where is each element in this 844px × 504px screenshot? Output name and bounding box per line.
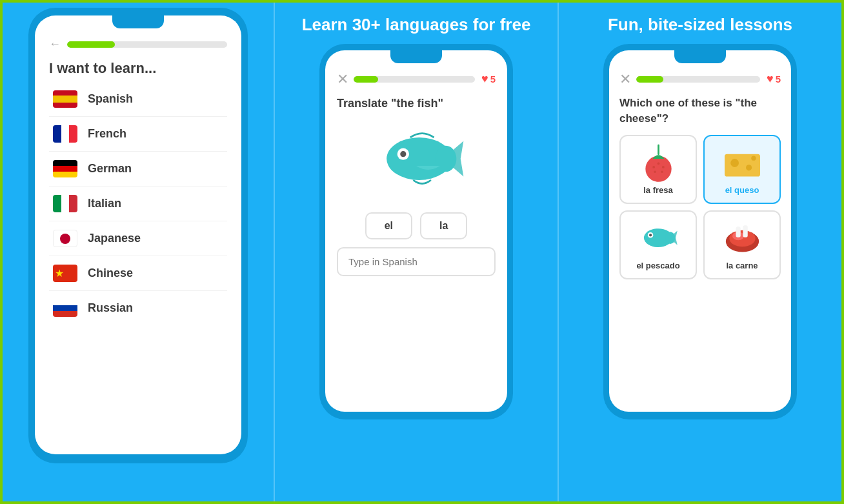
language-item-russian[interactable]: Russian (49, 291, 227, 325)
flag-russian (53, 299, 77, 317)
answer-card-fish[interactable]: el pescado (619, 210, 697, 279)
meat-image (720, 219, 764, 257)
flag-french (53, 125, 77, 143)
cheese-image (720, 144, 764, 181)
hearts-count-2: 5 (776, 74, 781, 85)
svg-point-7 (662, 166, 665, 168)
word-button-la[interactable]: la (420, 212, 467, 239)
spanish-input[interactable] (337, 247, 496, 276)
svg-point-17 (649, 234, 652, 237)
language-item-spanish[interactable]: Spanish (49, 82, 227, 117)
answer-grid: la fresa el queso (619, 135, 781, 279)
back-arrow-icon[interactable]: ← (49, 37, 61, 51)
svg-point-5 (652, 166, 655, 168)
close-icon-2[interactable]: ✕ (619, 71, 631, 88)
strawberry-image (636, 144, 680, 181)
language-list: Spanish French German Italian (49, 82, 227, 325)
svg-point-6 (657, 162, 659, 165)
svg-point-12 (746, 165, 752, 170)
panel2-heading: Learn 30+ languages for free (284, 3, 549, 44)
svg-point-13 (751, 156, 756, 160)
language-name-italian: Italian (88, 197, 121, 210)
language-item-japanese[interactable]: Japanese (49, 221, 227, 256)
answer-label-fish: el pescado (636, 261, 679, 270)
svg-point-9 (661, 170, 663, 173)
language-name-german: German (88, 162, 132, 176)
flag-spanish (53, 90, 77, 108)
answer-label-strawberry: la fresa (643, 185, 673, 195)
fish-illustration (337, 123, 496, 194)
svg-point-4 (645, 156, 671, 181)
flag-german (53, 160, 77, 177)
flag-chinese: ★ (53, 265, 77, 282)
answer-card-cheese[interactable]: el queso (703, 135, 781, 204)
translate-question: Translate "the fish" (337, 97, 496, 110)
flag-italian (53, 195, 77, 212)
answer-label-cheese: el queso (725, 185, 759, 195)
panel3-heading: Fun, bite-sized lessons (590, 3, 810, 44)
svg-point-15 (665, 232, 675, 245)
learn-title: I want to learn... (49, 60, 227, 77)
svg-point-3 (400, 151, 406, 157)
language-name-chinese: Chinese (88, 267, 133, 280)
language-item-french[interactable]: French (49, 117, 227, 152)
language-name-spanish: Spanish (88, 92, 133, 106)
language-item-german[interactable]: German (49, 152, 227, 186)
quiz-question: Which one of these is "the cheese"? (619, 96, 781, 126)
svg-point-1 (435, 146, 456, 172)
language-item-italian[interactable]: Italian (49, 186, 227, 221)
answer-card-meat[interactable]: la carne (703, 210, 781, 279)
svg-rect-22 (743, 225, 747, 237)
panel-quiz: Fun, bite-sized lessons ✕ ♥ 5 Which one … (559, 3, 841, 501)
word-button-el[interactable]: el (365, 212, 412, 239)
heart-icon: ♥ (481, 72, 488, 86)
panel-language-list: ← I want to learn... Spanish (3, 3, 274, 501)
language-item-chinese[interactable]: ★ Chinese (49, 256, 227, 291)
hearts-count: 5 (490, 74, 496, 85)
language-name-french: French (88, 127, 126, 141)
svg-point-8 (654, 170, 656, 173)
answer-label-meat: la carne (726, 261, 758, 270)
fish-image (636, 219, 680, 257)
svg-rect-21 (736, 227, 740, 237)
flag-japanese (53, 230, 77, 247)
language-name-russian: Russian (88, 301, 133, 315)
close-icon[interactable]: ✕ (337, 71, 348, 88)
svg-point-11 (730, 159, 739, 167)
panel-translate: Learn 30+ languages for free ✕ ♥ 5 Trans… (275, 3, 558, 501)
language-name-japanese: Japanese (88, 232, 141, 245)
answer-card-strawberry[interactable]: la fresa (619, 135, 697, 204)
heart-icon-2: ♥ (767, 72, 774, 86)
